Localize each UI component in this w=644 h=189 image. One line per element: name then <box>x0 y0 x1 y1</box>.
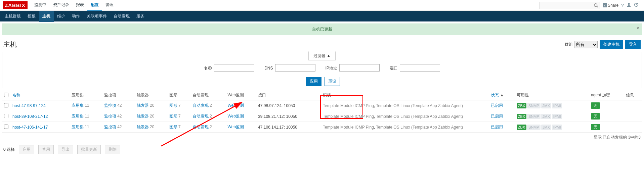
subnav-correlation[interactable]: 关联项事件 <box>83 11 110 22</box>
graphs-link[interactable]: 图形 <box>169 114 177 119</box>
web-link[interactable]: Web监测 <box>227 103 244 108</box>
col-name[interactable]: 名称 <box>12 93 20 97</box>
topnav-config[interactable]: 配置 <box>87 0 102 11</box>
create-host-button[interactable]: 创建主机 <box>600 40 623 49</box>
filter-name-label: 名称 <box>204 66 212 70</box>
apps-link[interactable]: 应用集 <box>72 125 84 129</box>
templates-cell: Template Module ICMP Ping, Template OS L… <box>321 111 489 122</box>
avail-snmp: SNMP <box>527 103 541 108</box>
host-name-link[interactable]: host-39-108-217-12 <box>12 114 48 119</box>
subnav-maintenance[interactable]: 维护 <box>54 11 69 22</box>
avail-ipmi: IPMI <box>552 103 562 108</box>
template-link[interactable]: Template Module ICMP Ping <box>323 114 374 119</box>
group-select[interactable]: 所有 <box>574 41 598 48</box>
graphs-link[interactable]: 图形 <box>169 125 177 129</box>
topnav-admin[interactable]: 管理 <box>102 0 117 11</box>
iface-cell: 47.98.97.124: 10050 <box>256 100 321 111</box>
availability: ZBXSNMPJMXIPMI <box>517 125 587 130</box>
col-tmpl: 模板 <box>321 90 489 100</box>
share-link[interactable]: ZShare <box>603 3 618 8</box>
items-link[interactable]: 监控项 <box>104 114 116 119</box>
host-name-link[interactable]: host-47-98-97-124 <box>12 103 46 108</box>
items-link[interactable]: 监控项 <box>104 125 116 129</box>
user-icon[interactable] <box>627 2 631 8</box>
col-items: 监控项 <box>102 90 135 100</box>
subnav-discovery[interactable]: 自动发现 <box>110 11 133 22</box>
page-title: 主机 <box>3 40 565 49</box>
filter-dns-input[interactable] <box>275 64 315 72</box>
col-web: Web监测 <box>225 90 256 100</box>
discovery-link[interactable]: 自动发现 <box>192 125 209 129</box>
bulk-massupdate-button[interactable]: 批量更新 <box>77 145 101 154</box>
info-cell <box>624 100 642 111</box>
table-header-row: 名称 应用集 监控项 触发器 图形 自动发现 Web监测 接口 模板 状态 ▲ … <box>2 90 642 100</box>
filter-apply-button[interactable]: 应用 <box>306 77 321 86</box>
items-link[interactable]: 监控项 <box>104 103 116 108</box>
help-icon[interactable]: ? <box>621 3 624 8</box>
subnav-hosts[interactable]: 主机 <box>39 11 54 22</box>
triggers-link[interactable]: 触发器 <box>137 114 149 119</box>
discovery-link[interactable]: 自动发现 <box>192 103 209 108</box>
discovery-link[interactable]: 自动发现 <box>192 114 209 119</box>
bulk-actions: 0 选择 启用 禁用 导出 批量更新 删除 <box>0 142 644 157</box>
svg-point-2 <box>628 3 630 5</box>
col-status[interactable]: 状态 <box>491 93 499 97</box>
subnav-templates[interactable]: 模板 <box>24 11 39 22</box>
import-button[interactable]: 导入 <box>625 40 641 49</box>
filter-name-input[interactable] <box>214 64 254 72</box>
svg-line-1 <box>597 6 598 7</box>
filter-reset-button[interactable]: 重设 <box>325 77 340 86</box>
apps-link[interactable]: 应用集 <box>72 103 84 108</box>
bulk-export-button[interactable]: 导出 <box>58 145 73 154</box>
table-footer: 显示 已自动发现的 3中的3 <box>0 133 644 142</box>
topnav-inventory[interactable]: 资产记录 <box>50 0 73 11</box>
topnav-monitoring[interactable]: 监测中 <box>31 0 50 11</box>
logout-icon[interactable] <box>634 2 639 8</box>
filter-port-input[interactable] <box>400 64 440 72</box>
avail-zbx: ZBX <box>517 103 526 108</box>
status-link[interactable]: 已启用 <box>491 125 503 129</box>
graphs-link[interactable]: 图形 <box>169 103 177 108</box>
template-link[interactable]: Template Module ICMP Ping <box>323 103 374 108</box>
global-search[interactable] <box>540 2 600 9</box>
iface-cell: 39.108.217.12: 10050 <box>256 111 321 122</box>
row-checkbox[interactable] <box>4 103 8 107</box>
subnav-actions[interactable]: 动作 <box>69 11 83 22</box>
availability: ZBXSNMPJMXIPMI <box>517 103 587 108</box>
bulk-enable-button[interactable]: 启用 <box>19 145 34 154</box>
filter-port-label: 端口 <box>390 66 398 70</box>
search-icon <box>594 3 598 8</box>
avail-zbx: ZBX <box>517 125 526 130</box>
subnav-hostgroups[interactable]: 主机群组 <box>1 11 24 22</box>
filter-tab[interactable]: 过滤器 ▲ <box>2 52 642 61</box>
filter-box: 过滤器 ▲ 名称 DNS IP地址 端口 应用 重设 <box>2 52 642 88</box>
close-icon[interactable]: × <box>637 26 639 31</box>
info-cell <box>624 122 642 133</box>
bulk-disable-button[interactable]: 禁用 <box>38 145 54 154</box>
row-checkbox[interactable] <box>4 125 8 129</box>
status-link[interactable]: 已启用 <box>491 103 503 108</box>
filter-dns-label: DNS <box>264 66 273 70</box>
topnav-reports[interactable]: 报表 <box>73 0 87 11</box>
web-link[interactable]: Web监测 <box>227 114 244 119</box>
host-name-link[interactable]: host-47-106-141-17 <box>12 125 48 130</box>
triggers-link[interactable]: 触发器 <box>137 103 149 108</box>
triggers-link[interactable]: 触发器 <box>137 125 149 129</box>
bulk-delete-button[interactable]: 删除 <box>105 145 120 154</box>
filter-body: 名称 DNS IP地址 端口 <box>2 61 642 75</box>
web-link[interactable]: Web监测 <box>227 125 244 129</box>
table-row: host-39-108-217-12 应用集 11 监控项 42 触发器 20 … <box>2 111 642 122</box>
table-row: host-47-106-141-17 应用集 11 监控项 42 触发器 20 … <box>2 122 642 133</box>
selected-count: 0 选择 <box>3 147 15 152</box>
filter-ip-input[interactable] <box>339 64 380 72</box>
row-checkbox[interactable] <box>4 114 8 118</box>
template-link[interactable]: Template Module ICMP Ping <box>323 125 374 130</box>
select-all-checkbox[interactable] <box>4 93 8 97</box>
subnav-services[interactable]: 服务 <box>133 11 148 22</box>
logo[interactable]: ZABBIX <box>3 1 28 9</box>
top-right: ZShare ? <box>540 2 641 9</box>
filter-ip-label: IP地址 <box>326 66 337 70</box>
templates-cell: Template Module ICMP Ping, Template OS L… <box>321 122 489 133</box>
apps-link[interactable]: 应用集 <box>72 114 84 119</box>
status-link[interactable]: 已启用 <box>491 114 503 119</box>
